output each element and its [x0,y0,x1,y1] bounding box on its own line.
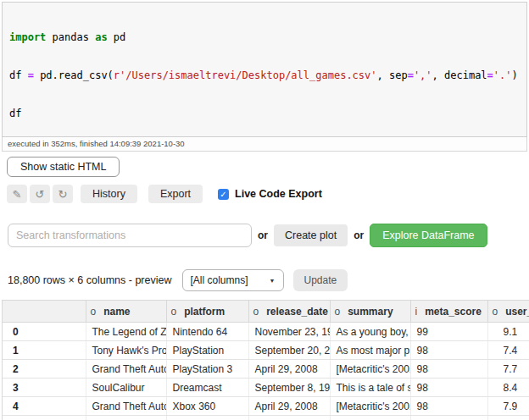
cell-name: The Legend of Z... [86,323,166,341]
cell-meta_score: 98 [410,379,487,397]
dtype-label: i [415,306,418,318]
cell-meta_score: 98 [410,397,487,416]
pencil-icon: ✎ [13,188,22,201]
cell-summary: This is a tale of s... [330,379,410,397]
redo-icon: ↻ [58,188,68,201]
dataframe-table: onameoplatformorelease_dateosummaryimeta… [3,301,529,420]
column-header-platform[interactable]: oplatform [166,301,248,323]
cell-summary: As most major p... [330,341,410,360]
toolbar-row: ✎ ↺ ↻ History Export ✓ Live Code Export [7,185,529,203]
cell-name: Super Mario Gal... [86,416,166,420]
table-body: 0The Legend of Z...Nintendo 64November 2… [3,323,529,420]
cell-release_date: September 8, 1999 [248,379,330,397]
column-name-label: release_date [266,306,328,318]
column-header-summary[interactable]: osummary [330,301,410,323]
cell-name: Grand Theft Auto... [86,360,166,379]
edit-button[interactable]: ✎ [7,185,27,203]
cell-user_score: 9.1 [487,323,529,341]
code-cell[interactable]: import pandas as pd df = pd.read_csv(r'/… [2,2,527,137]
table-row: 2Grand Theft Auto...PlayStation 3April 2… [3,360,529,379]
table-row: 4Grand Theft Auto...Xbox 360April 29, 20… [3,397,529,416]
history-button[interactable]: History [81,185,137,203]
check-icon: ✓ [220,190,226,199]
cell-summary: [Metacritic's 200... [330,360,410,379]
actions-row: or Create plot or Explore DataFrame [8,224,529,247]
column-header-name[interactable]: oname [86,301,166,323]
cell-platform: Wii [166,416,248,420]
explore-dataframe-button[interactable]: Explore DataFrame [370,224,487,247]
cell-platform: PlayStation 3 [166,360,248,379]
show-static-html-button[interactable]: Show static HTML [7,157,120,177]
column-name-label: name [103,306,130,318]
export-button[interactable]: Export [148,185,203,203]
preview-info-row: 18,800 rows × 6 columns - preview [All c… [8,269,529,291]
cell-name: SoulCalibur [86,379,166,397]
column-name-label: user_score [505,306,529,318]
cell-release_date: April 29, 2008 [248,360,330,379]
code-line-3: df [9,108,520,120]
cell-release_date: September 20, 2... [248,341,330,360]
cell-meta_score: 99 [410,323,487,341]
column-header-release_date[interactable]: orelease_date [248,301,330,323]
table-row: 0The Legend of Z...Nintendo 64November 2… [3,323,529,341]
shape-preview-label: 18,800 rows × 6 columns - preview [8,274,172,286]
cell-meta_score: 98 [410,360,487,379]
cell-meta_score: 98 [410,341,487,360]
cell-summary: As a young boy, ... [330,323,410,341]
dtype-label: o [171,306,177,318]
cell-name: Grand Theft Auto... [86,397,166,416]
cell-release_date: April 29, 2008 [248,397,330,416]
cell-platform: PlayStation [166,341,248,360]
or-label: or [258,229,268,241]
column-header-meta_score[interactable]: imeta_score [410,301,487,323]
undo-button[interactable]: ↺ [30,185,50,203]
table-row: 5Super Mario Gal...WiiNovember 12, 20...… [3,416,529,420]
columns-dropdown[interactable]: [All columns] ▼ [182,269,284,291]
column-header-index [3,301,86,323]
cell-meta_score: 97 [410,416,487,420]
live-code-export-label: Live Code Export [235,188,322,200]
cell-platform: Nintendo 64 [166,323,248,341]
table-row: 1Tony Hawk's Pro...PlayStationSeptember … [3,341,529,360]
redo-button[interactable]: ↻ [53,185,73,203]
dataframe-preview: onameoplatformorelease_dateosummaryimeta… [2,300,529,420]
live-code-export-checkbox[interactable]: ✓ [218,189,229,200]
create-plot-button[interactable]: Create plot [274,224,348,246]
dtype-label: o [493,306,498,318]
dtype-label: o [253,306,259,318]
dtype-label: o [91,306,97,318]
search-transformations-input[interactable] [8,224,252,247]
cell-index: 3 [3,379,86,397]
update-button[interactable]: Update [293,269,348,291]
columns-dropdown-value: [All columns] [191,274,248,286]
cell-platform: Dreamcast [166,379,248,397]
cell-index: 0 [3,323,86,341]
cell-index: 1 [3,341,86,360]
cell-user_score: 8.4 [487,379,529,397]
column-name-label: meta_score [425,306,482,318]
cell-release_date: November 23, 19... [248,323,330,341]
column-name-label: platform [184,306,225,318]
cell-user_score: 7.9 [487,397,529,416]
dtype-label: o [335,306,341,318]
cell-summary: [Metacritic's 200... [330,416,410,420]
cell-platform: Xbox 360 [166,397,248,416]
code-line-1: import pandas as pd [9,31,520,44]
table-header-row: onameoplatformorelease_dateosummaryimeta… [3,301,529,323]
chevron-down-icon: ▼ [270,278,276,284]
cell-index: 2 [3,360,86,379]
undo-icon: ↺ [36,188,45,201]
cell-index: 5 [3,416,86,420]
column-header-user_score[interactable]: ouser_score [487,301,529,323]
column-name-label: summary [348,306,393,318]
cell-user_score: 9.1 [487,416,529,420]
cell-user_score: 7.7 [487,360,529,379]
or-label: or [354,229,364,241]
code-line-2: df = pd.read_csv(r'/Users/ismaeltrevi/De… [9,69,520,82]
cell-release_date: November 12, 20... [248,416,330,420]
cell-name: Tony Hawk's Pro... [86,341,166,360]
table-row: 3SoulCaliburDreamcastSeptember 8, 1999Th… [3,379,529,397]
cell-index: 4 [3,397,86,416]
cell-summary: [Metacritic's 200... [330,397,410,416]
execution-status: executed in 352ms, finished 14:09:39 202… [2,137,527,152]
